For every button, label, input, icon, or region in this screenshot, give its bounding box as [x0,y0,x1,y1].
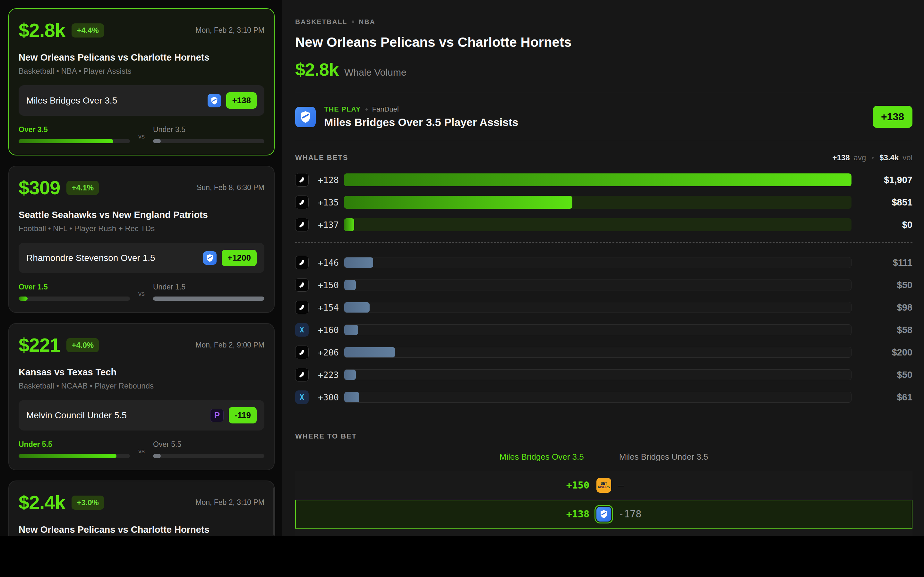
side-lose-label: Under 1.5 [153,283,264,292]
whale-bet-row: +150 $50 [295,278,913,292]
row-volume: $0 [851,219,913,230]
bet-row[interactable]: Miles Bridges Over 3.5 +138 [19,85,264,116]
row-odds: +146 [308,258,339,268]
total-vol-value: $3.4k [879,153,899,162]
book-row-fanduel-best[interactable]: +138 -178 [295,500,913,529]
change-badge: +4.4% [71,23,104,37]
bets-sidebar: $2.8k +4.4% Mon, Feb 2, 3:10 PM New Orle… [0,0,282,536]
row-volume: $58 [851,325,913,335]
game-title: Kansas vs Texas Tech [19,367,264,378]
avg-odds-value: +138 [832,153,850,162]
whale-bet-row: +135 $851 [295,195,913,209]
fanduel-logo-icon [208,94,221,107]
bet-card-pelicans-hornets-assists[interactable]: $2.8k +4.4% Mon, Feb 2, 3:10 PM New Orle… [8,8,275,155]
game-datetime: Mon, Feb 2, 3:10 PM [195,498,264,507]
the-play-odds-button[interactable]: +138 [873,106,913,128]
side-lose-bar [153,139,264,143]
vs-label: vs [138,133,145,143]
under-odds: — [618,480,676,491]
row-odds: +137 [308,220,339,230]
book-row-prophetx[interactable]: +134 X -160 [295,529,913,536]
whale-volume-amount: $309 [19,177,60,199]
book-row-betrivers[interactable]: +150 BETRIVERS — [295,471,913,500]
row-volume: $200 [851,347,913,358]
whale-bet-row: +128 $1,907 [295,173,913,187]
vs-label: vs [138,290,145,301]
over-odds: +138 [531,508,590,520]
side-lose-label: Under 3.5 [153,125,264,134]
bet-card-pelicans-hornets-rebounds[interactable]: $2.4k +3.0% Mon, Feb 2, 3:10 PM New Orle… [8,480,275,536]
game-datetime: Sun, Feb 8, 6:30 PM [197,183,264,192]
page-title: New Orleans Pelicans vs Charlotte Hornet… [295,35,913,50]
game-meta: Football • NFL • Player Rush + Rec TDs [19,224,264,233]
consensus-bars: Over 1.5 vs Under 1.5 [19,283,264,301]
section-divider [295,141,913,141]
betrivers-logo-icon: BETRIVERS [596,478,611,493]
row-odds: +135 [308,197,339,207]
vs-label: vs [138,448,145,458]
prophetx-logo-icon: X [295,390,309,404]
whale-bets-stats: +138 avg $3.4k vol [832,153,913,162]
novig-logo-icon [295,301,309,314]
bet-card-seahawks-patriots[interactable]: $309 +4.1% Sun, Feb 8, 6:30 PM Seattle S… [8,166,275,313]
the-play-book: FanDuel [372,105,399,113]
bet-label: Melvin Council Under 5.5 [26,410,127,421]
whale-bet-row: +137 $0 [295,218,913,231]
row-odds: +150 [308,280,339,290]
whale-volume-amount: $2.8k [19,19,65,41]
fanduel-logo-icon [295,107,316,127]
bet-row[interactable]: Melvin Council Under 5.5 P -119 [19,400,264,430]
odds-pill: +1200 [222,250,257,266]
novig-logo-icon [295,256,309,269]
whale-volume-amount: $221 [19,334,60,356]
side-win-bar [19,297,130,301]
total-vol-label: vol [903,153,913,162]
odds-pill: +138 [226,92,257,109]
prizepicks-logo-icon: P [210,409,224,422]
bet-card-kansas-texastech[interactable]: $221 +4.0% Mon, Feb 2, 9:00 PM Kansas vs… [8,323,275,470]
game-datetime: Mon, Feb 2, 3:10 PM [195,26,264,35]
row-volume: $111 [851,258,913,268]
row-odds: +160 [308,325,339,335]
breadcrumb-dot-icon [352,21,354,23]
where-to-bet-heading: WHERE TO BET [295,432,913,440]
app-window: $2.8k +4.4% Mon, Feb 2, 3:10 PM New Orle… [0,0,924,536]
column-header-under: Miles Bridges Under 3.5 [619,452,708,462]
novig-logo-icon [295,346,309,359]
consensus-bars: Under 5.5 vs Over 5.5 [19,440,264,458]
change-badge: +4.1% [66,181,99,195]
row-odds: +300 [308,392,339,402]
sidebar-scrollbar[interactable] [273,487,275,535]
novig-logo-icon [295,278,309,292]
the-play-row: THE PLAY FanDuel Miles Bridges Over 3.5 … [295,93,913,141]
side-lose-label: Over 5.5 [153,440,264,449]
game-meta: Basketball • NCAAB • Player Rebounds [19,382,264,390]
whale-volume-amount: $2.4k [19,492,65,514]
side-win-bar [19,139,130,143]
the-play-title: Miles Bridges Over 3.5 Player Assists [324,116,518,129]
breadcrumb-sport: BASKETBALL [295,18,347,26]
odds-pill: -119 [229,407,257,424]
whale-bets-chart: +128 $1,907 +135 $851 +137 $0 +146 [295,173,913,404]
side-lose-bar [153,297,264,301]
whale-bet-row: +223 $50 [295,368,913,382]
whale-bet-row: X +160 $58 [295,323,913,337]
row-volume: $50 [851,370,913,380]
game-title: New Orleans Pelicans vs Charlotte Hornet… [19,524,264,535]
breadcrumb: BASKETBALL NBA [295,18,913,26]
row-odds: +128 [308,175,339,185]
change-badge: +3.0% [71,496,104,510]
avg-odds-label: avg [854,153,866,162]
bet-label: Rhamondre Stevenson Over 1.5 [26,253,155,263]
whale-bet-row: +146 $111 [295,256,913,269]
whale-bets-heading: WHALE BETS [295,153,348,162]
row-volume: $98 [851,302,913,313]
side-win-label: Over 1.5 [19,283,130,292]
change-badge: +4.0% [66,338,99,352]
whale-volume-total: $2.8k [295,59,338,80]
the-play-kicker: THE PLAY [324,105,361,113]
stats-dot-icon [872,157,874,159]
game-title: Seattle Seahawks vs New England Patriots [19,210,264,220]
under-odds: -178 [618,508,676,520]
bet-row[interactable]: Rhamondre Stevenson Over 1.5 +1200 [19,243,264,273]
